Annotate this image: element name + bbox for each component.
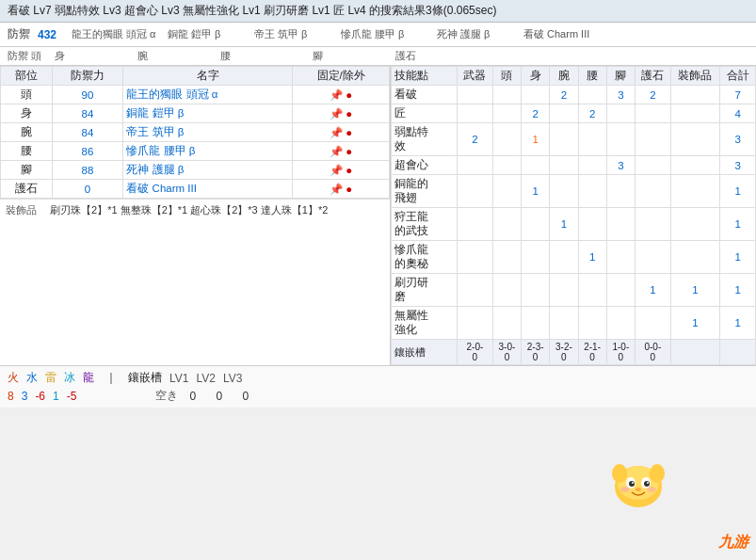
name-cell[interactable]: 死神 護腿 β [123,161,293,180]
skill-deco [670,104,719,123]
slot-head: 3-0-0 [492,340,521,365]
divider2 [88,388,110,404]
skill-row: 銅龍的飛翅 1 1 [392,175,756,208]
logo-jiuyou: 九游 [718,534,748,550]
pin-icon: 📌 [330,108,343,120]
remove-btn[interactable]: ● [346,127,352,138]
armor-table: 部位 防禦力 名字 固定/除外 頭 90 龍王的獨眼 頭冠 α 📌 ● [0,66,390,199]
dragon-label: 龍 [83,370,94,386]
skill-deco [670,208,719,241]
col-defense-header: 防禦力 [52,67,123,86]
fixed-cell[interactable]: 📌 ● [293,142,390,161]
name-cell[interactable]: 銅龍 鎧甲 β [123,104,293,123]
skill-head [492,241,521,274]
remove-btn[interactable]: ● [346,146,352,157]
slot-body-label: 銅龍 鎧甲 β [168,27,243,41]
skill-waist: 2 [578,104,606,123]
item-link[interactable]: 龍王的獨眼 頭冠 α [126,88,217,100]
accessories-row: 裝飾品 刷刃珠【2】*1 無整珠【2】*1 超心珠【2】*3 達人珠【1】*2 [0,199,390,221]
skill-leg [606,208,635,241]
col-name: 名字 [123,67,293,86]
slot-cell: 身 [1,104,53,123]
footer: 火 水 雷 冰 龍 ｜ 鑲嵌槽 LV1 LV2 LV3 8 3 -6 1 -5 … [0,365,756,408]
name-cell[interactable]: 龍王的獨眼 頭冠 α [123,86,293,104]
divider: ｜ [105,370,117,386]
fixed-cell[interactable]: 📌 ● [293,104,390,123]
item-link[interactable]: 帝王 筑甲 β [126,126,184,137]
skill-deco [670,156,719,175]
skill-body [522,208,550,241]
skill-deco [670,175,719,208]
item-link[interactable]: 銅龍 鎧甲 β [126,107,184,119]
lv3-label: LV3 [223,372,242,385]
table-row: 腕 84 帝王 筑甲 β 📌 ● [1,123,390,142]
item-link[interactable]: 死神 護腿 β [126,164,184,175]
skill-charm [635,156,670,175]
col-deco: 裝飾品 [670,67,719,86]
defense-label: 防禦 [8,26,30,42]
fixed-cell[interactable]: 📌 ● [293,123,390,142]
name-cell[interactable]: 看破 Charm III [123,180,293,199]
slot-leg-item: 死神 護腿 β [437,27,512,41]
skill-total: 1 [720,274,756,307]
slot-waist-item: 慘爪龍 腰甲 β [341,27,426,41]
skill-leg [606,123,635,156]
item-link[interactable]: 慘爪龍 腰甲 β [126,145,195,156]
skill-charm [635,307,670,340]
fixed-cell[interactable]: 📌 ● [293,86,390,104]
skill-arm [550,274,578,307]
skill-total: 1 [720,175,756,208]
item-link[interactable]: 看破 Charm III [126,183,196,194]
svg-point-6 [629,481,635,487]
col-arm: 腕 [550,67,578,86]
skill-name: 匠 [392,104,458,123]
skill-head [492,123,521,156]
skill-name: 慘爪龍的奧秘 [392,241,458,274]
accessories-value: 刷刃珠【2】*1 無整珠【2】*1 超心珠【2】*3 達人珠【1】*2 [50,204,328,216]
ice-label: 冰 [64,370,75,386]
skill-body: 1 [522,123,550,156]
remove-btn[interactable]: ● [346,89,352,101]
skill-leg [606,104,635,123]
skill-deco [670,123,719,156]
svg-point-12 [635,488,641,491]
skill-arm [550,156,578,175]
def-cell: 88 [52,161,123,180]
skill-wep [458,175,493,208]
skill-row: 無屬性強化 1 1 [392,307,756,340]
pin-icon: 📌 [330,89,343,101]
skill-body [522,274,550,307]
search-result-bar: 看破 Lv7 弱點特效 Lv3 超會心 Lv3 無屬性強化 Lv1 刷刃研磨 L… [0,0,756,23]
skill-total: 1 [720,241,756,274]
skill-charm [635,241,670,274]
slot-waist: 2-1-0 [578,340,606,365]
defense-value: 432 [38,28,64,41]
pin-icon: 📌 [330,146,343,157]
col-body: 身 [522,67,550,86]
skill-leg: 3 [606,156,635,175]
fixed-cell[interactable]: 📌 ● [293,161,390,180]
svg-point-3 [650,464,665,483]
slot-val-empty: 空き [155,388,178,404]
skill-charm: 2 [635,86,670,104]
remove-btn[interactable]: ● [346,108,352,120]
skill-waist [578,208,606,241]
slot-body-item: 銅龍 鎧甲 β [168,27,243,41]
fixed-cell[interactable]: 📌 ● [293,180,390,199]
lv3-val: 0 [242,390,261,403]
skill-leg [606,175,635,208]
name-cell[interactable]: 帝王 筑甲 β [123,123,293,142]
accessories-label: 裝飾品 [6,204,47,216]
col-skill: 技能點 [392,67,458,86]
skill-body [522,86,550,104]
name-cell[interactable]: 慘爪龍 腰甲 β [123,142,293,161]
remove-btn[interactable]: ● [346,184,352,195]
skill-head [492,274,521,307]
skill-charm [635,208,670,241]
col-slot: 部位 [1,67,53,86]
skill-total: 7 [720,86,756,104]
def-cell: 90 [52,86,123,104]
remove-btn[interactable]: ● [346,165,352,176]
svg-point-8 [632,482,634,484]
col-defense: 防禦 頭 [8,49,47,63]
